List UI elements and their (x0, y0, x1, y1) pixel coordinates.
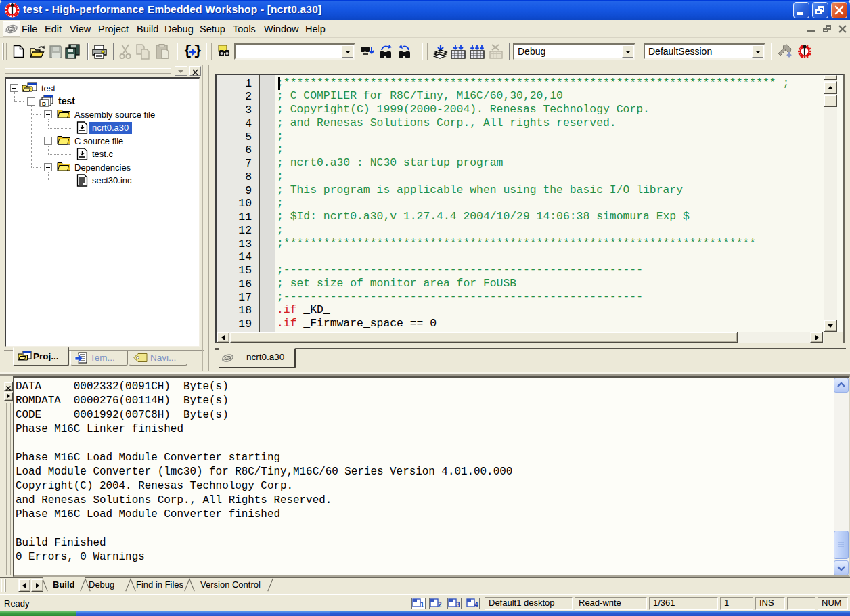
svg-text:1: 1 (420, 601, 424, 609)
svg-text:4: 4 (474, 601, 478, 609)
svg-text:2: 2 (438, 601, 442, 609)
svg-text:3: 3 (456, 601, 460, 609)
svg-text:B: B (42, 101, 46, 107)
